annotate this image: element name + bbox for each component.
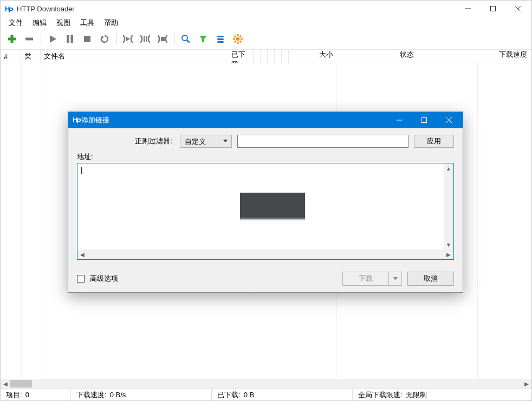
- apply-button[interactable]: 应用: [414, 135, 454, 148]
- url-textarea-wrap: | ▲ ▼ ◀ ▶: [77, 163, 454, 260]
- svg-marker-39: [393, 277, 398, 280]
- url-vscrollbar[interactable]: ▲ ▼: [444, 163, 453, 249]
- dialog-maximize-button[interactable]: [412, 112, 437, 128]
- redacted-overlay: [240, 193, 305, 219]
- advanced-checkbox[interactable]: [77, 275, 85, 282]
- dialog-backdrop: HP 添加链接 正则过滤器: 自定义: [1, 1, 531, 400]
- dialog-body: 正则过滤器: 自定义 应用 地址: | ▲ ▼: [68, 128, 463, 265]
- download-split-button: 下载: [342, 272, 402, 286]
- cancel-button[interactable]: 取消: [407, 272, 454, 286]
- advanced-label[interactable]: 高级选项: [90, 274, 118, 284]
- download-dropdown-button[interactable]: [389, 272, 402, 286]
- scroll-right-icon[interactable]: ▶: [444, 249, 453, 259]
- dialog-close-button[interactable]: [437, 112, 462, 128]
- svg-rect-36: [422, 118, 427, 123]
- download-button[interactable]: 下载: [342, 272, 389, 286]
- scroll-up-icon[interactable]: ▲: [444, 163, 453, 173]
- scroll-down-icon[interactable]: ▼: [444, 240, 453, 249]
- main-window: HP HTTP Downloader 文件 编辑 视图 工具 帮助: [0, 0, 532, 401]
- url-label: 地址:: [77, 152, 454, 162]
- filter-preset-select[interactable]: 自定义: [180, 135, 232, 148]
- filter-label: 正则过滤器:: [77, 136, 174, 146]
- scroll-left-icon[interactable]: ◀: [77, 249, 87, 259]
- url-hscrollbar[interactable]: ◀ ▶: [77, 249, 453, 259]
- dialog-titlebar: HP 添加链接: [68, 112, 463, 128]
- dialog-title: 添加链接: [81, 115, 387, 125]
- dialog-footer: 高级选项 下载 取消: [68, 265, 463, 292]
- filter-input[interactable]: [237, 135, 408, 148]
- dialog-minimize-button[interactable]: [387, 112, 412, 128]
- filter-row: 正则过滤器: 自定义 应用: [77, 135, 454, 148]
- dialog-app-icon: HP: [73, 115, 81, 126]
- add-url-dialog: HP 添加链接 正则过滤器: 自定义: [68, 111, 463, 293]
- svg-text:P: P: [76, 117, 81, 124]
